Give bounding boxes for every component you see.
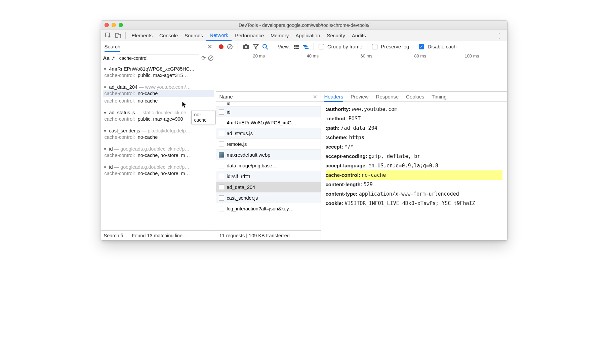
- header-row[interactable]: :method: POST: [326, 114, 502, 123]
- main-area: Search ✕ Aa .* ⟳ no-cache ▼ 4mrRnEPnWo81…: [101, 41, 507, 240]
- preserve-log-checkbox[interactable]: [372, 44, 377, 49]
- search-result-title[interactable]: ▼ id — googleads.g.doubleclick.net/p…: [103, 146, 214, 152]
- tab-memory[interactable]: Memory: [267, 30, 292, 41]
- header-row[interactable]: accept-encoding: gzip, deflate, br: [326, 152, 502, 161]
- refresh-icon[interactable]: ⟳: [201, 55, 206, 61]
- device-toolbar-icon[interactable]: [114, 31, 123, 40]
- header-row[interactable]: cookie: VISITOR_INFO1_LIVE=dDk0-xTswPs; …: [326, 199, 502, 208]
- search-drawer-header: Search ✕: [101, 41, 216, 52]
- header-row[interactable]: content-type: application/x-www-form-url…: [326, 189, 502, 199]
- request-name: id: [227, 102, 231, 106]
- header-row[interactable]: :authority: www.youtube.com: [326, 105, 502, 114]
- close-icon[interactable]: ✕: [207, 43, 212, 50]
- header-row[interactable]: accept-language: en-US,en;q=0.9,la;q=0.8: [326, 161, 502, 170]
- file-icon: [219, 152, 224, 158]
- request-row[interactable]: ad_data_204: [216, 182, 321, 193]
- request-row[interactable]: 4mrRnEPnWo81qWPG8_xcG…: [216, 117, 321, 128]
- network-lower-split: Name ✕ idid4mrRnEPnWo81qWPG8_xcG…ad_stat…: [216, 92, 507, 240]
- large-rows-icon[interactable]: [293, 44, 299, 49]
- search-result-line[interactable]: cache-control: no-cache: [103, 97, 214, 105]
- search-result-title[interactable]: ▼ id — googleads.g.doubleclick.net/p…: [103, 164, 214, 170]
- search-result-group[interactable]: ▼ ad_data_204 — www.youtube.com/…cache-c…: [101, 82, 216, 108]
- request-row[interactable]: id: [216, 102, 321, 107]
- search-result-group[interactable]: ▼ id — googleads.g.doubleclick.net/p…cac…: [101, 162, 216, 180]
- close-details-icon[interactable]: ✕: [313, 94, 317, 100]
- svg-point-10: [263, 44, 267, 48]
- header-row[interactable]: content-length: 529: [326, 180, 502, 189]
- search-result-line[interactable]: cache-control: no-cache: [103, 90, 214, 97]
- tab-performance[interactable]: Performance: [232, 30, 267, 41]
- timeline-tick-label: 60 ms: [361, 53, 372, 58]
- svg-point-9: [245, 46, 247, 48]
- tab-application[interactable]: Application: [292, 30, 323, 41]
- request-name: log_interaction?alt=json&key…: [227, 206, 294, 211]
- more-options-icon[interactable]: ⋮: [494, 32, 504, 40]
- search-result-group[interactable]: ▼ id — googleads.g.doubleclick.net/p…cac…: [101, 144, 216, 162]
- header-row[interactable]: accept: */*: [326, 142, 502, 152]
- search-result-group[interactable]: ▼ 4mrRnEPnWo81qWPG8_xcGP85HC… cache-cont…: [101, 64, 216, 82]
- request-row[interactable]: cast_sender.js: [216, 193, 321, 203]
- clear-icon[interactable]: [208, 55, 214, 61]
- header-row[interactable]: cache-control: no-cache: [326, 170, 502, 180]
- search-result-line[interactable]: cache-control: no-cache, no-store, m…: [103, 170, 214, 177]
- request-row[interactable]: remote.js: [216, 139, 321, 150]
- regex-toggle[interactable]: .*: [112, 55, 115, 61]
- request-row[interactable]: data:image/png;base…: [216, 160, 321, 171]
- tab-sources[interactable]: Sources: [181, 30, 206, 41]
- timeline-tick-label: 100 ms: [465, 53, 479, 58]
- tab-security[interactable]: Security: [324, 30, 349, 41]
- search-result-line[interactable]: cache-control: no-cache, no-store, m…: [103, 152, 214, 159]
- tab-network[interactable]: Network: [206, 30, 232, 41]
- disable-cache-checkbox[interactable]: ✓: [419, 44, 424, 49]
- svg-line-4: [209, 56, 212, 60]
- search-result-title[interactable]: ▼ 4mrRnEPnWo81qWPG8_xcGP85HC…: [103, 66, 214, 72]
- waterfall-icon[interactable]: [303, 44, 309, 49]
- request-row[interactable]: id: [216, 107, 321, 117]
- file-icon: [219, 109, 224, 115]
- detail-tabs: HeadersPreviewResponseCookiesTiming: [321, 92, 507, 102]
- tab-console[interactable]: Console: [156, 30, 181, 41]
- detail-tab-cookies[interactable]: Cookies: [406, 94, 424, 99]
- svg-rect-8: [245, 44, 247, 45]
- header-row[interactable]: :scheme: https: [326, 133, 502, 142]
- search-input[interactable]: [117, 54, 199, 62]
- network-timeline[interactable]: 20 ms40 ms60 ms80 ms100 ms: [216, 52, 507, 92]
- divider: [273, 43, 273, 50]
- detail-tab-timing[interactable]: Timing: [432, 94, 446, 99]
- clear-icon[interactable]: [227, 44, 233, 50]
- search-result-title[interactable]: ▼ ad_data_204 — www.youtube.com/…: [103, 84, 214, 90]
- tooltip: no-cache: [191, 111, 216, 124]
- search-icon[interactable]: [262, 44, 268, 50]
- record-button[interactable]: [219, 44, 224, 49]
- request-row[interactable]: id?slf_rd=1: [216, 171, 321, 182]
- tab-elements[interactable]: Elements: [128, 30, 156, 41]
- svg-rect-14: [294, 46, 295, 47]
- file-icon: [219, 174, 224, 179]
- tab-audits[interactable]: Audits: [349, 30, 369, 41]
- request-row[interactable]: log_interaction?alt=json&key…: [216, 203, 321, 214]
- search-result-title[interactable]: ▼ cast_sender.js — pkedcjkdefgpdelp…: [103, 128, 214, 133]
- search-result-line[interactable]: cache-control: public, max-age=315…: [103, 72, 214, 79]
- inspect-element-icon[interactable]: [104, 31, 113, 40]
- capture-screenshots-icon[interactable]: [243, 44, 249, 49]
- match-case-toggle[interactable]: Aa: [103, 55, 110, 61]
- search-result-line[interactable]: cache-control: no-cache: [103, 133, 214, 141]
- name-column-header[interactable]: Name: [219, 94, 233, 99]
- search-result-group[interactable]: ▼ cast_sender.js — pkedcjkdefgpdelp…cach…: [101, 126, 216, 144]
- file-icon: [219, 141, 224, 147]
- svg-rect-15: [295, 46, 299, 47]
- svg-rect-12: [294, 45, 295, 46]
- request-name: remote.js: [227, 141, 247, 147]
- filter-icon[interactable]: [253, 44, 259, 50]
- detail-tab-preview[interactable]: Preview: [351, 94, 368, 99]
- view-label: View:: [278, 44, 290, 49]
- request-name: id?slf_rd=1: [227, 174, 251, 179]
- group-by-frame-checkbox[interactable]: [319, 44, 324, 49]
- header-row[interactable]: :path: /ad_data_204: [326, 123, 502, 133]
- detail-tab-headers[interactable]: Headers: [324, 94, 343, 102]
- detail-tab-response[interactable]: Response: [376, 94, 399, 99]
- request-row[interactable]: ad_status.js: [216, 128, 321, 139]
- request-row[interactable]: maxresdefault.webp: [216, 150, 321, 160]
- request-name: data:image/png;base…: [227, 163, 277, 168]
- svg-line-11: [266, 48, 268, 49]
